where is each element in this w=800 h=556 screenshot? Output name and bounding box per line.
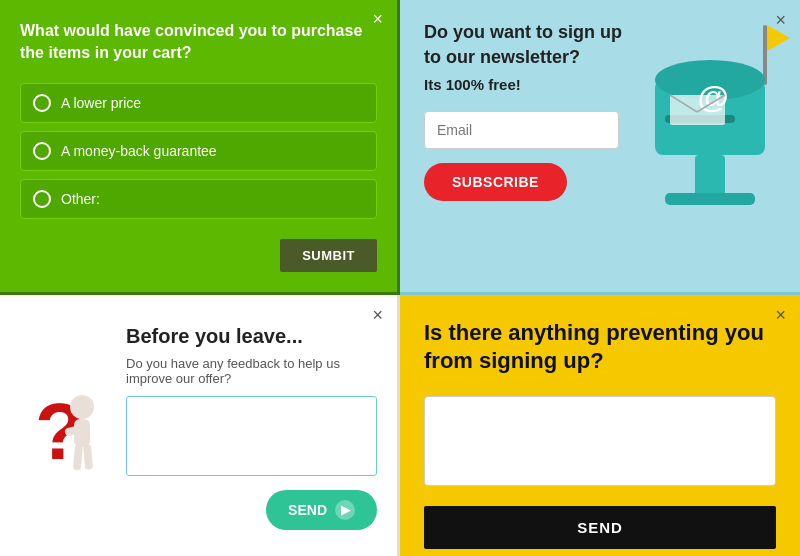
- survey-options-list: A lower price A money-back guarantee Oth…: [20, 83, 377, 219]
- svg-marker-1: [767, 25, 790, 51]
- feedback-title: Before you leave...: [126, 325, 377, 348]
- survey-option-3-label: Other:: [61, 191, 100, 207]
- feedback-content: Before you leave... Do you have any feed…: [126, 315, 377, 553]
- radio-circle-1: [33, 94, 51, 112]
- survey-option-2[interactable]: A money-back guarantee: [20, 131, 377, 171]
- svg-rect-7: [665, 193, 755, 205]
- feedback-send-button[interactable]: SEND ▶: [266, 490, 377, 530]
- newsletter-title: Do you want to sign up to our newsletter…: [424, 20, 624, 70]
- subscribe-button[interactable]: SUBSCRIBE: [424, 163, 567, 201]
- svg-point-12: [70, 395, 94, 419]
- feedback-send-label: SEND: [288, 502, 327, 518]
- survey-panel: × What would have convinced you to purch…: [0, 0, 400, 295]
- newsletter-panel: × Do you want to sign up to our newslett…: [400, 0, 800, 295]
- mailbox-illustration: @: [645, 10, 790, 210]
- survey-question: What would have convinced you to purchas…: [20, 20, 377, 65]
- survey-option-1[interactable]: A lower price: [20, 83, 377, 123]
- radio-circle-2: [33, 142, 51, 160]
- feedback-textarea[interactable]: [126, 396, 377, 476]
- prevent-close-button[interactable]: ×: [775, 305, 786, 326]
- send-arrow-icon: ▶: [335, 500, 355, 520]
- feedback-description: Do you have any feedback to help us impr…: [126, 356, 377, 386]
- survey-option-3[interactable]: Other:: [20, 179, 377, 219]
- prevent-title: Is there anything preventing you from si…: [424, 319, 776, 376]
- feedback-panel: × ? Before you leave... Do you have any …: [0, 295, 400, 556]
- question-mark-figure: ?: [20, 315, 110, 553]
- prevent-panel: × Is there anything preventing you from …: [400, 295, 800, 556]
- prevent-textarea[interactable]: [424, 396, 776, 486]
- radio-circle-3: [33, 190, 51, 208]
- survey-submit-button[interactable]: SUMBIT: [280, 239, 377, 272]
- feedback-close-button[interactable]: ×: [372, 305, 383, 326]
- email-input[interactable]: [424, 111, 619, 149]
- prevent-send-button[interactable]: SEND: [424, 506, 776, 549]
- survey-close-button[interactable]: ×: [372, 10, 383, 28]
- survey-option-2-label: A money-back guarantee: [61, 143, 217, 159]
- svg-rect-16: [83, 444, 93, 470]
- survey-option-1-label: A lower price: [61, 95, 141, 111]
